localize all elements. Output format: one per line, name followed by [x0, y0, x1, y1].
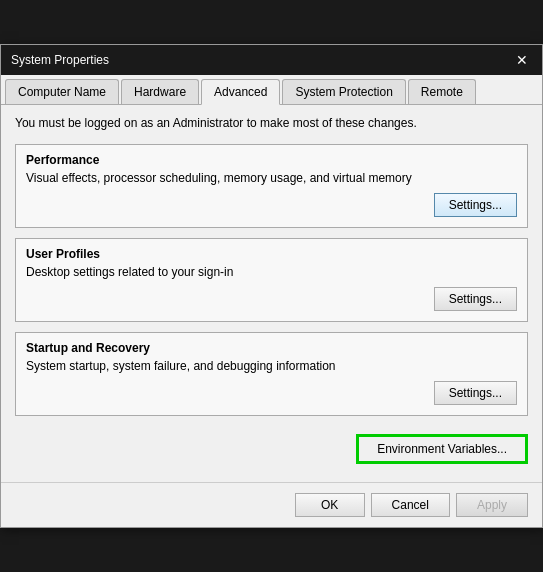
env-variables-row: Environment Variables...	[15, 426, 528, 468]
environment-variables-button[interactable]: Environment Variables...	[356, 434, 528, 464]
user-profiles-section: User Profiles Desktop settings related t…	[15, 238, 528, 322]
startup-recovery-btn-row: Settings...	[26, 381, 517, 405]
tab-system-protection[interactable]: System Protection	[282, 79, 405, 104]
tab-computer-name[interactable]: Computer Name	[5, 79, 119, 104]
cancel-button[interactable]: Cancel	[371, 493, 450, 517]
info-text: You must be logged on as an Administrato…	[15, 115, 528, 132]
user-profiles-btn-row: Settings...	[26, 287, 517, 311]
tab-content: You must be logged on as an Administrato…	[1, 105, 542, 482]
performance-btn-row: Settings...	[26, 193, 517, 217]
user-profiles-settings-button[interactable]: Settings...	[434, 287, 517, 311]
tab-bar: Computer Name Hardware Advanced System P…	[1, 75, 542, 105]
close-button[interactable]: ✕	[512, 53, 532, 67]
user-profiles-label: User Profiles	[26, 247, 517, 261]
apply-button[interactable]: Apply	[456, 493, 528, 517]
performance-desc: Visual effects, processor scheduling, me…	[26, 171, 517, 185]
startup-recovery-section: Startup and Recovery System startup, sys…	[15, 332, 528, 416]
title-bar: System Properties ✕	[1, 45, 542, 75]
system-properties-window: System Properties ✕ Computer Name Hardwa…	[0, 44, 543, 528]
startup-recovery-settings-button[interactable]: Settings...	[434, 381, 517, 405]
performance-section: Performance Visual effects, processor sc…	[15, 144, 528, 228]
performance-settings-button[interactable]: Settings...	[434, 193, 517, 217]
window-title: System Properties	[11, 53, 109, 67]
tab-advanced[interactable]: Advanced	[201, 79, 280, 105]
performance-label: Performance	[26, 153, 517, 167]
ok-button[interactable]: OK	[295, 493, 365, 517]
user-profiles-desc: Desktop settings related to your sign-in	[26, 265, 517, 279]
tab-remote[interactable]: Remote	[408, 79, 476, 104]
bottom-bar: OK Cancel Apply	[1, 482, 542, 527]
startup-recovery-desc: System startup, system failure, and debu…	[26, 359, 517, 373]
startup-recovery-label: Startup and Recovery	[26, 341, 517, 355]
tab-hardware[interactable]: Hardware	[121, 79, 199, 104]
